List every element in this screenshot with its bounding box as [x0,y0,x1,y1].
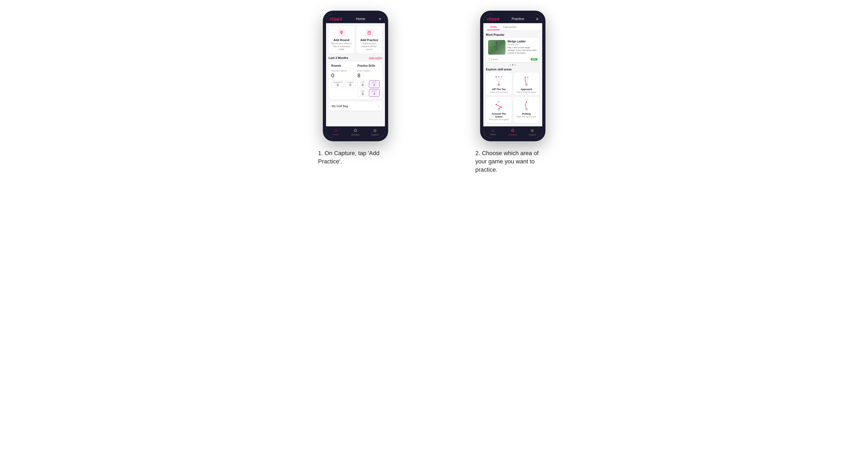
nav-activities-1[interactable]: ♻ Activities [345,128,365,136]
drills-capture-label: Drills Capture [358,69,380,72]
phone-section-1: clippd Home ≡ [287,11,423,166]
ott-label: OTT [359,81,366,83]
ott-box: OTT 0 [358,80,368,88]
rounds-col-title: Rounds [331,64,355,68]
shots-count: 9 shots [491,58,498,61]
ott-name: Off The Tee [492,88,506,91]
golf-bag-row[interactable]: My Golf Bag › [329,101,382,111]
bottom-nav-2: ⌂ Home ♻ Activities ⊕ Capture [483,126,542,138]
putt-value: 4 [371,92,378,96]
dot-1 [510,64,511,66]
activities-nav-label-1: Activities [351,133,360,136]
svg-line-13 [496,77,499,84]
add-round-title: Add Round [334,38,349,41]
activities-nav-icon-2: ♻ [511,128,515,133]
svg-point-19 [526,84,527,86]
app-header-2: clippd Practice ≡ [483,14,542,23]
arg-label: ARG [359,90,366,92]
add-practice-title: Add Practice [361,38,378,41]
svg-point-22 [498,108,500,110]
skill-card-approach[interactable]: Approach Dial-in to hit the green [514,72,539,95]
skill-card-putting[interactable]: Putting Make and lag practice [514,97,539,123]
view-activity-link[interactable]: View Activity [369,57,382,59]
last-3-months-title: Last 3 Months [329,56,348,59]
drills-mini-grid: OTT 0 APP 4 ARG 0 [358,80,380,97]
add-practice-desc: Capture your practice off-the-course [359,42,380,51]
practice-label: Practice [347,81,353,83]
drill-info: Wedge Ladder ☆ 50–100 yds Play 1 shot at… [507,40,537,55]
hamburger-menu-2[interactable]: ≡ [536,17,538,21]
svg-line-9 [495,48,497,51]
nav-activities-2[interactable]: ♻ Activities [503,128,523,136]
putt-label: PUTT [371,90,378,92]
golf-bag-chevron: › [378,104,379,108]
approach-name: Approach [521,88,532,91]
nav-home-2[interactable]: ⌂ Home [483,128,503,136]
svg-point-4 [369,32,370,33]
nav-capture-1[interactable]: ⊕ Capture [365,128,385,136]
svg-point-28 [498,101,499,102]
tournament-box: Tournament 0 [331,80,344,88]
home-nav-label-2: Home [490,133,496,136]
atg-desc: Hone your short game [489,118,509,121]
practice-box: Practice 0 [345,80,355,88]
star-icon[interactable]: ☆ [535,40,537,43]
dot-2 [512,64,514,66]
svg-point-20 [525,77,526,78]
add-round-desc: Record your shots in fast or enhanced mo… [331,42,352,51]
capture-nav-icon-1: ⊕ [373,128,377,133]
page-container: clippd Home ≡ [287,11,581,174]
svg-line-15 [499,77,501,84]
most-popular-title: Most Popular [486,33,539,36]
nav-home-1[interactable]: ⌂ Home [326,128,346,136]
ott-value: 0 [359,83,366,87]
add-round-icon [337,29,346,37]
rounds-col: Rounds Rounds Capture 0 Tournament 0 [331,64,355,97]
practice-value: 0 [347,83,353,87]
svg-line-10 [497,48,498,51]
svg-line-27 [496,102,499,104]
svg-point-6 [496,41,498,44]
rounds-capture-label: Rounds Capture [331,69,355,72]
putting-name: Putting [522,112,531,115]
arg-value: 0 [359,92,366,96]
svg-point-18 [501,76,502,77]
skill-card-ott[interactable]: Off The Tee Power and accuracy [486,72,512,95]
rounds-mini-grid: Tournament 0 Practice 0 [331,80,355,88]
svg-point-16 [496,76,497,77]
featured-drill-card[interactable]: Wedge Ladder ☆ 50–100 yds Play 1 shot at… [486,38,539,62]
atg-diagram [492,99,505,111]
stats-row: Rounds Rounds Capture 0 Tournament 0 [331,64,380,97]
skill-card-atg[interactable]: Around The Green Hone your short game [486,97,512,123]
home-screen-content: Add Round Record your shots in fast or e… [326,23,385,126]
nav-capture-2[interactable]: ⊕ Capture [523,128,542,136]
rounds-capture-value: 0 [331,72,355,79]
putt-box: PUTT 4 [369,89,379,97]
home-nav-label-1: Home [333,133,339,136]
clock-icon: ⏱ [488,58,491,61]
phone-section-2: clippd Practice ≡ Drills Favourites Most… [445,11,581,174]
bottom-nav-1: ⌂ Home ♻ Activities ⊕ Capture [326,126,385,138]
home-nav-icon-1: ⌂ [335,128,337,133]
capture-nav-icon-2: ⊕ [530,128,534,133]
tab-drills[interactable]: Drills [487,23,500,30]
add-practice-card[interactable]: Add Practice Capture your practice off-t… [356,26,382,54]
activities-nav-icon-1: ♻ [353,128,357,133]
capture-nav-label-1: Capture [371,133,378,136]
app-logo-2: clippd [487,17,500,21]
app-badge: APP [531,58,537,61]
drill-yardage: 50–100 yds [507,43,537,45]
app-logo-1: clippd [330,17,342,21]
hamburger-menu-1[interactable]: ≡ [379,17,381,21]
last-3-months-header: Last 3 Months View Activity [329,56,382,59]
svg-point-12 [498,84,500,86]
tab-favourites[interactable]: Favourites [500,23,520,30]
drill-thumbnail [488,40,505,55]
stats-card: Rounds Rounds Capture 0 Tournament 0 [329,62,382,99]
add-round-card[interactable]: Add Round Record your shots in fast or e… [329,26,354,54]
action-cards: Add Round Record your shots in fast or e… [329,26,382,54]
add-practice-icon [365,29,373,37]
tournament-label: Tournament [333,81,343,83]
drills-capture-value: 8 [358,72,380,79]
svg-point-29 [526,108,527,110]
